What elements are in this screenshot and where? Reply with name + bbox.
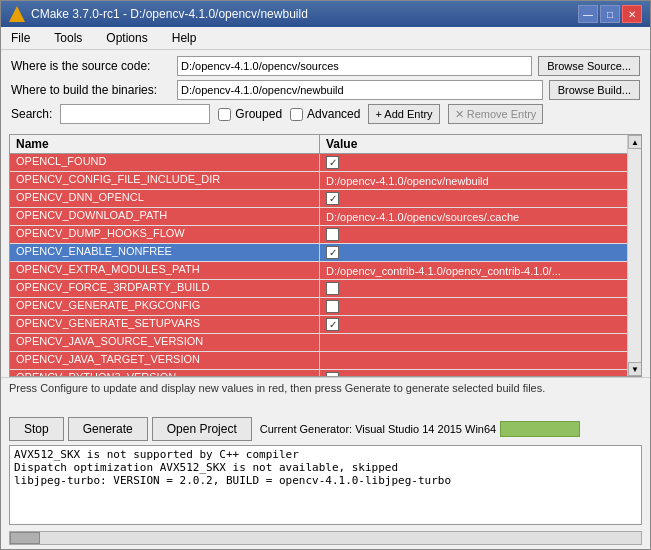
checkbox-val-8[interactable]: [326, 300, 339, 313]
search-row: Search: Grouped Advanced + Add Entry ✕ R…: [11, 104, 640, 124]
main-window: CMake 3.7.0-rc1 - D:/opencv-4.1.0/opencv…: [0, 0, 651, 550]
row-value-1: D:/opencv-4.1.0/opencv/newbuild: [320, 172, 627, 189]
table-row[interactable]: OPENCV_CONFIG_FILE_INCLUDE_DIRD:/opencv-…: [10, 172, 627, 190]
checkbox-val-2[interactable]: [326, 192, 339, 205]
add-entry-button[interactable]: + Add Entry: [368, 104, 439, 124]
row-name-10: OPENCV_JAVA_SOURCE_VERSION: [10, 334, 320, 351]
table-row[interactable]: OPENCV_DUMP_HOOKS_FLOW: [10, 226, 627, 244]
col-value-header: Value: [320, 135, 627, 153]
source-input[interactable]: [177, 56, 532, 76]
status-bar: Press Configure to update and display ne…: [1, 377, 650, 413]
table-scrollbar[interactable]: ▲ ▼: [627, 135, 641, 376]
checkbox-val-12[interactable]: [326, 372, 339, 376]
generator-label: Current Generator: Visual Studio 14 2015…: [260, 423, 496, 435]
row-name-6: OPENCV_EXTRA_MODULES_PATH: [10, 262, 320, 279]
form-area: Where is the source code: Browse Source.…: [1, 50, 650, 134]
menu-help[interactable]: Help: [166, 29, 203, 47]
horizontal-scrollbar[interactable]: [9, 531, 642, 545]
generator-progress-bar: [500, 421, 580, 437]
row-value-9: [320, 316, 627, 333]
table-row[interactable]: OPENCV_EXTRA_MODULES_PATHD:/opencv_contr…: [10, 262, 627, 280]
browse-source-button[interactable]: Browse Source...: [538, 56, 640, 76]
row-value-5: [320, 244, 627, 261]
menu-file[interactable]: File: [5, 29, 36, 47]
checkbox-val-7[interactable]: [326, 282, 339, 295]
table-row[interactable]: OPENCV_JAVA_SOURCE_VERSION: [10, 334, 627, 352]
row-name-0: OPENCL_FOUND: [10, 154, 320, 171]
checkbox-val-9[interactable]: [326, 318, 339, 331]
table-row[interactable]: OPENCV_PYTHON3_VERSION: [10, 370, 627, 376]
table-row[interactable]: OPENCV_GENERATE_PKGCONFIG: [10, 298, 627, 316]
row-value-2: [320, 190, 627, 207]
table-row[interactable]: OPENCV_DNN_OPENCL: [10, 190, 627, 208]
row-value-12: [320, 370, 627, 376]
row-name-4: OPENCV_DUMP_HOOKS_FLOW: [10, 226, 320, 243]
row-name-12: OPENCV_PYTHON3_VERSION: [10, 370, 320, 376]
close-button[interactable]: ✕: [622, 5, 642, 23]
table-row[interactable]: OPENCV_DOWNLOAD_PATHD:/opencv-4.1.0/open…: [10, 208, 627, 226]
stop-button[interactable]: Stop: [9, 417, 64, 441]
row-value-10: [320, 334, 627, 351]
log-line-2: libjpeg-turbo: VERSION = 2.0.2, BUILD = …: [14, 474, 637, 487]
checkbox-val-0[interactable]: [326, 156, 339, 169]
row-value-0: [320, 154, 627, 171]
advanced-checkbox[interactable]: [290, 108, 303, 121]
advanced-checkbox-label[interactable]: Advanced: [290, 107, 360, 121]
source-label: Where is the source code:: [11, 59, 171, 73]
row-value-7: [320, 280, 627, 297]
scroll-down-arrow[interactable]: ▼: [628, 362, 642, 376]
row-name-2: OPENCV_DNN_OPENCL: [10, 190, 320, 207]
grouped-checkbox[interactable]: [218, 108, 231, 121]
table-row[interactable]: OPENCV_FORCE_3RDPARTY_BUILD: [10, 280, 627, 298]
log-line-1: Dispatch optimization AVX512_SKX is not …: [14, 461, 637, 474]
menu-bar: File Tools Options Help: [1, 27, 650, 50]
log-scroll-row: [9, 531, 642, 545]
title-buttons: — □ ✕: [578, 5, 642, 23]
menu-options[interactable]: Options: [100, 29, 153, 47]
cmake-icon: [9, 6, 25, 22]
row-value-8: [320, 298, 627, 315]
row-value-4: [320, 226, 627, 243]
table-main: Name Value OPENCL_FOUNDOPENCV_CONFIG_FIL…: [10, 135, 627, 376]
table-row[interactable]: OPENCV_JAVA_TARGET_VERSION: [10, 352, 627, 370]
generate-button[interactable]: Generate: [68, 417, 148, 441]
advanced-label: Advanced: [307, 107, 360, 121]
col-name-header: Name: [10, 135, 320, 153]
title-bar: CMake 3.7.0-rc1 - D:/opencv-4.1.0/opencv…: [1, 1, 650, 27]
table-body: OPENCL_FOUNDOPENCV_CONFIG_FILE_INCLUDE_D…: [10, 154, 627, 376]
checkbox-val-5[interactable]: [326, 246, 339, 259]
row-name-5: OPENCV_ENABLE_NONFREE: [10, 244, 320, 261]
row-value-6: D:/opencv_contrib-4.1.0/opencv_contrib-4…: [320, 262, 627, 279]
row-value-11: [320, 352, 627, 369]
log-line-0: AVX512_SKX is not supported by C++ compi…: [14, 448, 637, 461]
search-input[interactable]: [60, 104, 210, 124]
scroll-up-arrow[interactable]: ▲: [628, 135, 642, 149]
table-row[interactable]: OPENCL_FOUND: [10, 154, 627, 172]
table-header: Name Value: [10, 135, 627, 154]
build-input[interactable]: [177, 80, 543, 100]
checkbox-val-4[interactable]: [326, 228, 339, 241]
table-row[interactable]: OPENCV_ENABLE_NONFREE: [10, 244, 627, 262]
title-bar-left: CMake 3.7.0-rc1 - D:/opencv-4.1.0/opencv…: [9, 6, 308, 22]
row-name-11: OPENCV_JAVA_TARGET_VERSION: [10, 352, 320, 369]
menu-tools[interactable]: Tools: [48, 29, 88, 47]
browse-build-button[interactable]: Browse Build...: [549, 80, 640, 100]
table-row[interactable]: OPENCV_GENERATE_SETUPVARS: [10, 316, 627, 334]
grouped-checkbox-label[interactable]: Grouped: [218, 107, 282, 121]
minimize-button[interactable]: —: [578, 5, 598, 23]
scrollbar-thumb[interactable]: [10, 532, 40, 544]
log-area: AVX512_SKX is not supported by C++ compi…: [9, 445, 642, 525]
remove-entry-button[interactable]: ✕ Remove Entry: [448, 104, 544, 124]
build-row: Where to build the binaries: Browse Buil…: [11, 80, 640, 100]
maximize-button[interactable]: □: [600, 5, 620, 23]
row-value-3: D:/opencv-4.1.0/opencv/sources/.cache: [320, 208, 627, 225]
row-name-9: OPENCV_GENERATE_SETUPVARS: [10, 316, 320, 333]
open-project-button[interactable]: Open Project: [152, 417, 252, 441]
build-label: Where to build the binaries:: [11, 83, 171, 97]
row-name-3: OPENCV_DOWNLOAD_PATH: [10, 208, 320, 225]
search-label: Search:: [11, 107, 52, 121]
status-message: Press Configure to update and display ne…: [9, 382, 545, 394]
scroll-track: [628, 149, 641, 362]
entries-table: Name Value OPENCL_FOUNDOPENCV_CONFIG_FIL…: [9, 134, 642, 377]
row-name-8: OPENCV_GENERATE_PKGCONFIG: [10, 298, 320, 315]
